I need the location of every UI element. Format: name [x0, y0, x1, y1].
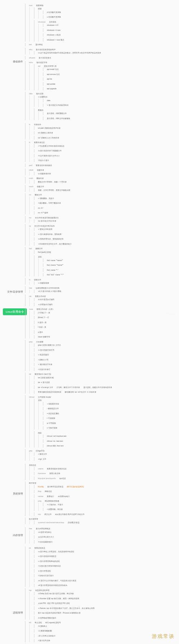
children-container: shutdown -h 0shutdown -h nowshutdown -c … — [38, 24, 175, 42]
branch-node: [下空格] 下一页 — [34, 311, 175, 314]
branch-node: -r 解压文件 — [34, 453, 175, 456]
branch-node: apt remove 包名 — [43, 72, 175, 76]
option-label: -d Delay 改变 top 显示进行之间隔，单位为秒 — [37, 592, 75, 595]
branch-node: - 撤销指定文件 — [43, 407, 175, 411]
branch-node: -d (只显示目录) -L N显示层级 — [34, 290, 175, 293]
option-label: q 退出 — [37, 331, 44, 334]
branch-node: rmdir删除目录删除文件不存在时，创建一个空目录 — [25, 177, 175, 184]
desc-label: 终止进程 — [34, 621, 43, 624]
children-container: -a 这个标志符等同-bdlprtTu等标志的集合，没有符号-x的文件/与用户标… — [29, 51, 175, 55]
children-container: -m 使用 M为单位-g 以G单位显示大小-h 自动适配的显示 — [29, 530, 175, 544]
option-label: date — [46, 99, 52, 102]
branch-node: -s 设置时间date-r 显示指定文件的改变时间 — [34, 95, 175, 107]
branch-node: chmod -rw ./test text — [43, 439, 175, 443]
branch-node: ln链接文件-s 创建软链接 — [25, 278, 175, 285]
branch-node: shutdown -h now — [43, 28, 175, 32]
children-container: + 加权限对目标- 撤销指定文件= 设定指定属性r 可读权限w 可写权限x 可执… — [38, 402, 175, 430]
children-container: find -name "*name*"find -iname "*name*"f… — [38, 259, 175, 276]
option-label: 创建，文件已存在时，更新文件修改日期 — [37, 189, 71, 192]
option-label: -n Number 设置 top 执行次数，刷完一屏界面后使用 — [37, 597, 80, 600]
command-label: mkdir — [28, 169, 34, 172]
branch-node: exit退出终端 — [25, 43, 175, 47]
branch-node: -w 宽行不让打印输出换行，可指定多次表示更宽 — [34, 579, 175, 582]
branch-node: 显示系统，同时重载文件 — [43, 112, 175, 115]
desc-label: (Gz|gz|TZ) — [35, 449, 45, 453]
option-label: -n 只输出ip，不显示 — [46, 503, 64, 506]
section-基础操作: 基础操作man查看帮助按键d 往后翻半页屏幕u 往前翻半页屏幕shutdown关… — [25, 4, 175, 120]
option-label: -u 显示进程的详细状态 — [37, 555, 57, 558]
branch-node: -ef 显示所有进程的详细信息并加表头 — [34, 584, 175, 587]
command-label: gzip — [28, 449, 33, 453]
branch-node: -g 以G单位显示大小 — [34, 535, 175, 539]
branch-node: apt upgrade — [43, 87, 175, 91]
command-label: grep — [28, 340, 34, 344]
branch-node: cp对文件/目录进行拷贝操作-r 复制文件时使用-v 显示来源与目标，复制哈希-… — [25, 224, 175, 246]
option-label: -p 创建多级目录 — [37, 172, 52, 175]
branch-node: ps查看进程状态-a 显示终端上所有进程，包括其他用户的进程-u 显示进程的详细… — [25, 546, 175, 587]
command-label: lscpu|cat /proc/cpuinfo — [37, 477, 57, 480]
command-label: rm — [28, 193, 32, 196]
children-container: 按键d 往后翻半页屏幕u 往前翻半页屏幕shutdown关闭系统shutdown… — [29, 7, 175, 42]
note-label: -at 查看tcp端口 — [57, 495, 71, 498]
desc-label: 删除目录 — [35, 177, 45, 180]
children-container: -p 创建多级目录 — [29, 172, 175, 175]
option-label: f 前进一页 — [37, 326, 47, 329]
option-label: -l 长格式显示更加详细的信息 — [37, 564, 62, 568]
note-label: 显示进程，创建文件不压缩内容目录 — [82, 386, 113, 389]
command-label: rmdir — [28, 177, 34, 180]
branch-node: mv对文件/目录进行移动改重命名mv 源 目标文件夹/目录 — [25, 216, 175, 223]
branch-node: chmod文件权限 /mode/选项+ 加权限对目标- 撤销指定文件= 设定指定… — [25, 395, 175, 448]
option-label: u 往前翻半页屏幕 — [46, 15, 62, 19]
children-container: apt install 包名apt remove 包名apt listapt u… — [38, 68, 175, 91]
branch-node: iftop网络信息 — [34, 490, 175, 493]
command-label: iftop — [37, 490, 42, 493]
branch-node: touch创建文件创建，文件已存在时，更新文件修改日期 — [25, 185, 175, 192]
branch-node: -r 递归查找子目录 — [34, 363, 175, 366]
note-label: [网卡名][ip地址][网关] — [66, 485, 85, 488]
option-label: -i 目标路径包含同名文件，提示覆盖的提示 — [37, 242, 73, 246]
children-container: ifconfig显示网卡信息及状态[网卡名][ip地址][网关]iftop网络信… — [29, 485, 175, 516]
section-进程管理: 进程管理ps查看进程状态-a 显示终端上所有进程，包括其他用户的进程-u 显示进… — [25, 546, 175, 644]
desc-label: 查看目录信息 — [33, 141, 46, 144]
branch-node: -h 以可视形式显示文件大小 — [34, 154, 175, 157]
children-container: -d Delay 改变 top 显示进行之间隔，单位为秒-n Number 设置… — [29, 592, 175, 620]
option-label: -f 全格式行进行显示 — [37, 574, 55, 577]
branch-node: -d gz 文件 — [34, 457, 175, 461]
option-label: -s 设置时间 — [37, 95, 48, 99]
desc-label: 关闭系统 — [48, 20, 57, 24]
branch-node: -a 显示终端上所有进程，包括其他用户的进程 — [34, 550, 175, 553]
branch-node: /word 搜索字符 — [34, 335, 175, 339]
desc-label: 删除文件 — [34, 193, 43, 196]
option-label: = 设定指定属性 — [46, 412, 60, 415]
branch-node: 有将包解压到指定目录的时候解包/解压时 tar -xvf 包文件 -C 目标目录 — [34, 390, 175, 394]
branch-node: 选项find -name "*name*"find -iname "*name*… — [34, 255, 175, 277]
option-label: 系统信息 — [28, 464, 37, 467]
branch-node: 按键d 往后翻半页屏幕u 往前翻半页屏幕 — [34, 7, 175, 19]
option-label: 显示系统，同时重载文件 — [46, 112, 68, 115]
section-head: 文件/目录管理 — [7, 290, 23, 294]
children-container: -a 显示终端上所有进程，包括其他用户的进程-u 显示进程的详细状态-x 显示没… — [29, 550, 175, 587]
branch-node: -1 (重新加载配置) — [34, 629, 175, 633]
branch-node: tar -v 显示进度 — [34, 381, 175, 384]
desc-label: 输出日期 — [35, 92, 44, 95]
branch-node: uname查看系统版本等相关信息 — [34, 467, 175, 470]
option-label: -b 对不是空白行编号 — [37, 298, 55, 301]
children-container: -l 可以查看文件和目录的详细信息-a 显示当前目录下的隐藏文件-h 以可视形式… — [29, 144, 175, 162]
option-label: -r 解压文件 — [37, 453, 48, 456]
branch-node: -x 显示没有控制终端的进程 — [34, 559, 175, 563]
command-label: apt — [37, 65, 42, 68]
branch-node: lscpu|cat /proc/cpuinfocpu信息 — [34, 477, 175, 480]
desc-label: 查看进程状态 — [33, 546, 46, 550]
command-label: exit — [28, 43, 33, 46]
option-label: -a 显示当前目录下的隐藏文件 — [37, 149, 63, 152]
option-label: 按键 — [37, 7, 43, 10]
branch-node: shutdown -h 0 — [43, 24, 175, 27]
children-container: -r 强制删除，无提示-f 递归删除，可用于删除目录rm -rf /rm -rf… — [29, 196, 175, 214]
command-label: tree — [28, 287, 33, 290]
desc-label: 启动/重启/状态 — [67, 521, 81, 524]
branch-node: ping测试网络能否联通-n 只输出ip，不显示-i 设置间隔，单位秒 — [34, 499, 175, 511]
children-container: -r 解压文件-d gz 文件 — [29, 453, 175, 461]
branch-node: -v 取反匹配行 — [34, 353, 175, 357]
option-label: - 撤销指定文件 — [46, 407, 60, 410]
branch-node: chmod 666 ./test text — [43, 444, 175, 448]
